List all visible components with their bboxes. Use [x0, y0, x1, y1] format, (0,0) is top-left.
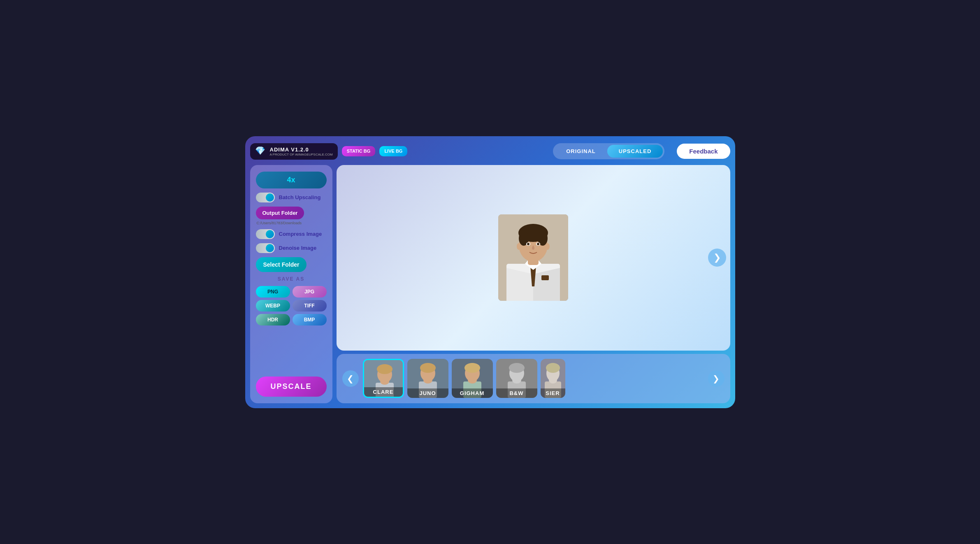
thumb-prev-button[interactable]: ❮ — [342, 370, 359, 387]
denoise-image-label: Denoise Image — [279, 245, 317, 251]
svg-rect-6 — [541, 275, 549, 280]
main-area: 4x Batch Upscaling Output Folder C:/User… — [250, 165, 730, 403]
format-jpg-button[interactable]: JPG — [293, 286, 327, 298]
compress-image-label: Compress Image — [279, 231, 322, 237]
format-webp-button[interactable]: WEBP — [256, 300, 290, 312]
thumb-sier[interactable]: SIER — [541, 359, 565, 398]
svg-point-37 — [512, 377, 521, 384]
format-grid: PNG JPG WEBP TIFF HDR BMP — [256, 286, 327, 325]
thumbnails-bar: ❮ CLARE — [337, 354, 730, 403]
logo-icon: 💎 — [255, 146, 267, 157]
app-container: 💎 ADIMA V1.2.0 A PRODUCT OF AIIMAGEUPSCA… — [245, 136, 735, 408]
compress-image-row: Compress Image — [256, 229, 327, 239]
app-subtitle: A PRODUCT OF AIIMAGEUPSCALE.COM — [270, 153, 333, 156]
svg-point-14 — [527, 243, 529, 245]
svg-point-42 — [549, 377, 557, 384]
denoise-image-toggle[interactable] — [256, 243, 275, 253]
folder-path: C:/Users/81783/Downloads — [256, 221, 327, 225]
select-folder-button[interactable]: Select Folder — [256, 257, 307, 272]
format-png-button[interactable]: PNG — [256, 286, 290, 298]
batch-upscaling-label: Batch Upscaling — [279, 194, 321, 200]
svg-point-27 — [423, 377, 432, 384]
upscale-button[interactable]: UPSCALE — [256, 377, 327, 397]
svg-point-32 — [468, 377, 477, 384]
top-bar: 💎 ADIMA V1.2.0 A PRODUCT OF AIIMAGEUPSCA… — [250, 141, 730, 162]
view-toggle: ORIGINAL UPSCALED — [553, 143, 664, 159]
thumb-next-button[interactable]: ❯ — [708, 370, 725, 387]
svg-point-17 — [546, 243, 550, 250]
thumb-list: CLARE JUNO — [363, 359, 704, 398]
svg-point-35 — [509, 363, 525, 373]
svg-point-30 — [464, 363, 480, 373]
format-tiff-button[interactable]: TIFF — [293, 300, 327, 312]
thumb-bw-label: B&W — [496, 388, 537, 398]
compress-image-toggle[interactable] — [256, 229, 275, 239]
app-title: ADIMA V1.2.0 — [270, 146, 333, 153]
svg-point-16 — [517, 243, 521, 250]
content-area: ❯ ❮ CLARE — [337, 165, 730, 403]
svg-point-20 — [377, 364, 392, 374]
scale-button[interactable]: 4x — [256, 172, 327, 188]
batch-upscaling-row: Batch Upscaling — [256, 193, 327, 202]
feedback-button[interactable]: Feedback — [677, 144, 730, 159]
sidebar: 4x Batch Upscaling Output Folder C:/User… — [250, 165, 332, 403]
live-bg-button[interactable]: LIVE BG — [379, 146, 407, 156]
save-as-label: SAVE AS — [256, 276, 327, 282]
logo-text: ADIMA V1.2.0 A PRODUCT OF AIIMAGEUPSCALE… — [270, 146, 333, 156]
svg-point-22 — [380, 378, 389, 385]
format-bmp-button[interactable]: BMP — [293, 314, 327, 325]
static-bg-button[interactable]: STATIC BG — [342, 146, 376, 156]
svg-point-15 — [537, 243, 539, 245]
thumb-bw[interactable]: B&W — [496, 359, 537, 398]
thumb-clare-label: CLARE — [364, 387, 403, 397]
format-hdr-button[interactable]: HDR — [256, 314, 290, 325]
logo-area: 💎 ADIMA V1.2.0 A PRODUCT OF AIIMAGEUPSCA… — [250, 143, 338, 160]
view-upscaled-button[interactable]: UPSCALED — [607, 145, 663, 158]
output-folder-button[interactable]: Output Folder — [256, 207, 304, 219]
thumb-juno[interactable]: JUNO — [407, 359, 448, 398]
thumb-sier-label: SIER — [541, 388, 565, 398]
image-preview: ❯ — [337, 165, 730, 351]
thumb-juno-label: JUNO — [407, 388, 448, 398]
batch-upscaling-toggle[interactable] — [256, 193, 275, 202]
thumb-gigham[interactable]: GIGHAM — [452, 359, 493, 398]
svg-point-40 — [546, 363, 560, 373]
view-original-button[interactable]: ORIGINAL — [555, 145, 607, 158]
preview-image — [498, 214, 568, 301]
thumb-clare[interactable]: CLARE — [363, 359, 404, 398]
svg-point-25 — [420, 363, 436, 373]
image-next-button[interactable]: ❯ — [708, 249, 726, 267]
denoise-image-row: Denoise Image — [256, 243, 327, 253]
thumb-gigham-label: GIGHAM — [452, 388, 493, 398]
